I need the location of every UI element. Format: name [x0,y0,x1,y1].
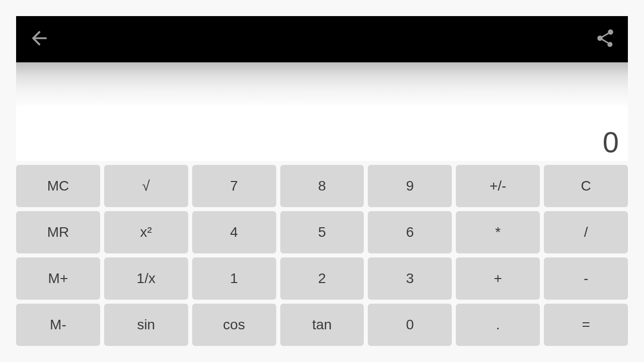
digit-6-button[interactable]: 6 [368,211,452,253]
calculator-window: 0 MC√789+/-CMRx²456*/M+1/x123+-M-sincost… [16,16,628,346]
clear-button[interactable]: C [544,165,628,207]
memory-clear-button[interactable]: MC [16,165,100,207]
reciprocal-button[interactable]: 1/x [104,257,188,300]
add-button[interactable]: + [456,257,540,300]
divide-button[interactable]: / [544,211,628,253]
sqrt-button[interactable]: √ [104,165,188,207]
multiply-button[interactable]: * [456,211,540,253]
header-bar [16,16,628,62]
digit-8-button[interactable]: 8 [280,165,364,207]
keypad: MC√789+/-CMRx²456*/M+1/x123+-M-sincostan… [16,161,628,346]
digit-0-button[interactable]: 0 [368,304,452,346]
arrow-left-icon [28,27,50,49]
digit-2-button[interactable]: 2 [280,257,364,300]
tan-button[interactable]: tan [280,304,364,346]
digit-7-button[interactable]: 7 [192,165,276,207]
digit-5-button[interactable]: 5 [280,211,364,253]
subtract-button[interactable]: - [544,257,628,300]
display-value: 0 [603,125,619,159]
display-area: 0 [16,62,628,161]
share-icon [595,28,616,49]
sin-button[interactable]: sin [104,304,188,346]
back-button[interactable] [28,27,50,51]
memory-add-button[interactable]: M+ [16,257,100,300]
memory-subtract-button[interactable]: M- [16,304,100,346]
memory-recall-button[interactable]: MR [16,211,100,253]
cos-button[interactable]: cos [192,304,276,346]
negate-button[interactable]: +/- [456,165,540,207]
digit-4-button[interactable]: 4 [192,211,276,253]
decimal-button[interactable]: . [456,304,540,346]
digit-1-button[interactable]: 1 [192,257,276,300]
display-shadow [16,62,628,108]
digit-3-button[interactable]: 3 [368,257,452,300]
digit-9-button[interactable]: 9 [368,165,452,207]
equals-button[interactable]: = [544,304,628,346]
share-button[interactable] [595,28,616,51]
square-button[interactable]: x² [104,211,188,253]
